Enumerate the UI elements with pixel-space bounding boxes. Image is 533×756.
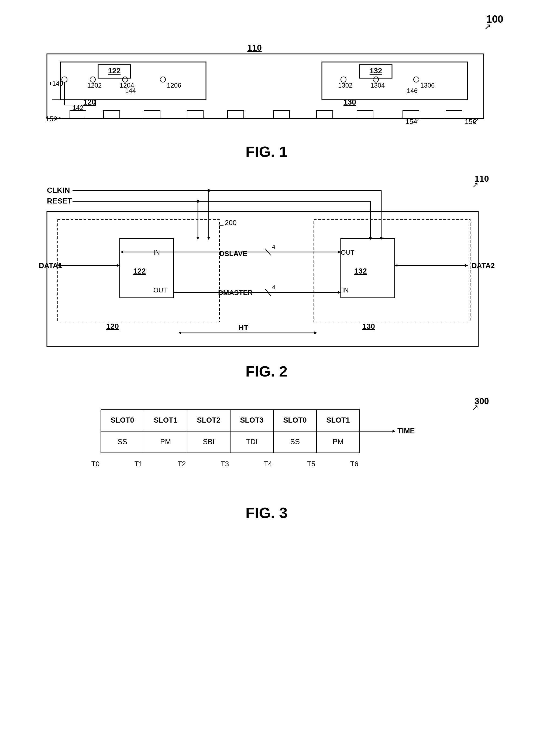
svg-rect-30 xyxy=(187,111,203,118)
svg-text:SLOT1: SLOT1 xyxy=(154,416,177,424)
fig2-svg: CLKIN RESET 120 130 122 IN OUT xyxy=(31,176,503,360)
svg-rect-34 xyxy=(357,111,373,118)
fig3-section: 300 ↗ SLOT0 SLOT1 SLOT2 SLOT3 SLOT0 SLOT… xyxy=(31,399,503,522)
svg-text:SS: SS xyxy=(290,438,299,446)
fig1-section: 110 120 122 130 132 140 1 xyxy=(31,38,503,160)
svg-text:SLOT3: SLOT3 xyxy=(240,416,264,424)
svg-text:PM: PM xyxy=(332,438,344,446)
svg-text:110: 110 xyxy=(247,43,262,53)
svg-text:SLOT0: SLOT0 xyxy=(111,416,134,424)
svg-text:T0: T0 xyxy=(91,460,99,468)
svg-text:1302: 1302 xyxy=(338,82,352,89)
svg-text:200: 200 xyxy=(225,219,237,227)
svg-rect-28 xyxy=(103,111,120,118)
page-container: 100 ↗ 110 120 122 130 132 140 xyxy=(0,0,533,756)
svg-text:122: 122 xyxy=(108,67,121,75)
svg-text:1206: 1206 xyxy=(167,82,181,89)
svg-point-22 xyxy=(373,77,379,82)
svg-rect-53 xyxy=(341,238,395,298)
svg-text:T6: T6 xyxy=(350,460,358,468)
ref-100-arrow: ↗ xyxy=(484,21,491,32)
svg-text:T4: T4 xyxy=(264,460,272,468)
svg-text:SS: SS xyxy=(117,438,127,446)
fig2-title: FIG. 2 xyxy=(31,363,503,380)
svg-text:122: 122 xyxy=(133,267,146,275)
svg-rect-0 xyxy=(47,54,484,119)
fig3-svg: SLOT0 SLOT1 SLOT2 SLOT3 SLOT0 SLOT1 SS P… xyxy=(31,399,503,501)
svg-text:132: 132 xyxy=(354,267,367,275)
svg-text:1304: 1304 xyxy=(370,82,385,89)
svg-text:T3: T3 xyxy=(220,460,229,468)
svg-text:SLOT1: SLOT1 xyxy=(326,416,350,424)
svg-text:CLKIN: CLKIN xyxy=(47,186,70,194)
svg-text:132: 132 xyxy=(369,67,382,75)
fig2-section: 110 ↗ CLKIN RESET 120 130 1 xyxy=(31,176,503,380)
svg-point-14 xyxy=(123,77,128,82)
svg-text:130: 130 xyxy=(362,322,375,331)
svg-text:IN: IN xyxy=(342,286,349,294)
fig3-ref-arrow: ↗ xyxy=(472,403,478,412)
fig1-title: FIG. 1 xyxy=(31,143,503,160)
svg-text:T1: T1 xyxy=(134,460,142,468)
svg-text:4: 4 xyxy=(272,243,275,250)
svg-rect-27 xyxy=(70,111,86,118)
svg-text:PM: PM xyxy=(160,438,171,446)
svg-text:152: 152 xyxy=(45,115,57,123)
svg-point-24 xyxy=(413,77,419,82)
svg-text:OUT: OUT xyxy=(341,249,354,256)
fig2-ref-arrow: ↗ xyxy=(472,180,478,189)
svg-rect-29 xyxy=(144,111,160,118)
svg-text:130: 130 xyxy=(344,98,356,106)
svg-rect-33 xyxy=(317,111,333,118)
fig3-title: FIG. 3 xyxy=(31,504,503,522)
svg-text:120: 120 xyxy=(106,322,119,331)
svg-text:RESET: RESET xyxy=(47,197,72,205)
svg-text:156: 156 xyxy=(465,118,476,125)
svg-rect-36 xyxy=(446,111,462,118)
svg-text:140: 140 xyxy=(52,80,63,87)
svg-text:IN: IN xyxy=(154,249,160,256)
svg-text:T5: T5 xyxy=(307,460,315,468)
svg-text:144: 144 xyxy=(125,87,136,94)
svg-text:146: 146 xyxy=(407,87,418,94)
svg-text:DATA2: DATA2 xyxy=(471,262,495,270)
fig1-svg: 110 120 122 130 132 140 1 xyxy=(31,38,503,140)
svg-text:4: 4 xyxy=(272,284,275,290)
svg-rect-31 xyxy=(228,111,244,118)
svg-rect-47 xyxy=(314,220,470,322)
svg-point-16 xyxy=(160,77,166,82)
svg-text:TDI: TDI xyxy=(246,438,258,446)
svg-rect-6 xyxy=(322,62,467,100)
svg-text:HT: HT xyxy=(238,323,248,332)
svg-rect-35 xyxy=(403,111,419,118)
svg-text:1306: 1306 xyxy=(420,82,435,89)
svg-text:154: 154 xyxy=(406,118,417,125)
svg-text:TIME: TIME xyxy=(397,427,415,435)
svg-text:SLOT0: SLOT0 xyxy=(283,416,307,424)
svg-point-20 xyxy=(341,77,346,82)
svg-text:142: 142 xyxy=(72,104,83,111)
svg-text:DATA1: DATA1 xyxy=(39,262,62,270)
svg-text:1202: 1202 xyxy=(87,82,102,89)
svg-text:T2: T2 xyxy=(178,460,185,468)
svg-text:OUT: OUT xyxy=(154,286,167,294)
svg-text:DSLAVE: DSLAVE xyxy=(219,250,247,258)
svg-point-12 xyxy=(90,77,96,82)
svg-text:SLOT2: SLOT2 xyxy=(197,416,220,424)
svg-rect-32 xyxy=(273,111,290,118)
svg-text:SBI: SBI xyxy=(203,438,214,446)
